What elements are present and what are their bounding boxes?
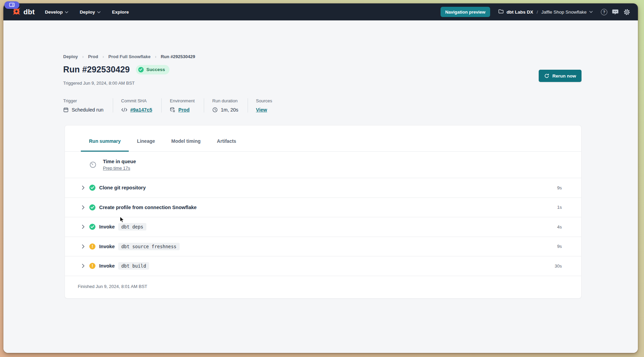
finished-timestamp: Finished Jun 9, 2024, 8:01 AM BST [78,284,147,289]
success-status-icon [89,204,95,210]
top-navbar: dbt DevelopDeployExplore Navigation prev… [3,3,638,20]
meta-run-duration: Run duration1m, 20s [204,98,248,113]
nav-menu-label: Explore [112,10,129,15]
meta-commit-sha: Commit SHA#9a147c5 [113,98,162,113]
breadcrumb-separator-icon: › [82,54,84,59]
step-label: Invoke [99,224,115,230]
meta-value: Scheduled run [72,107,104,113]
breadcrumb-item: Run #292530429 [161,54,195,59]
page-title: Run #292530429 [63,65,130,74]
path-separator: / [536,10,539,15]
breadcrumb: Deploy›Prod›Prod Full Snowflake›Run #292… [63,54,195,59]
run-step-row[interactable]: Clone git repository9s [65,178,581,198]
triggered-timestamp: Triggered Jun 9, 2024, 8:00 AM BST [63,81,135,86]
feedback-icon[interactable] [612,9,619,15]
nav-menu-explore[interactable]: Explore [112,10,129,15]
nav-menu-deploy[interactable]: Deploy [80,10,101,15]
navigation-preview-button[interactable]: Navigation preview [441,7,490,17]
success-status-icon [89,224,95,230]
dbt-logo-text: dbt [23,8,35,16]
step-duration: 9s [557,185,562,190]
chevron-down-icon [65,11,68,13]
calendar-icon [63,107,69,113]
step-duration: 1s [557,205,562,210]
step-command: dbt source freshness [118,243,180,250]
meta-sources: SourcesView [248,98,282,113]
step-duration: 4s [557,224,562,230]
meta-value[interactable]: View [256,107,267,113]
status-badge: Success [136,65,169,74]
run-summary-card: Run summaryLineageModel timingArtifacts … [65,125,582,299]
folder-icon [498,9,504,15]
run-step-row[interactable]: Invokedbt deps4s [65,217,581,237]
settings-gear-icon[interactable] [623,8,630,16]
run-step-row[interactable]: Create profile from connection Snowflake… [65,198,581,218]
timer-icon [89,161,96,168]
warning-status-icon: ! [89,243,95,250]
chevron-right-icon[interactable] [82,186,85,190]
status-badge-label: Success [146,67,165,72]
project-name: Jaffle Shop Snowflake [541,10,587,15]
project-picker[interactable]: dbt Labs DX / Jaffle Shop Snowflake [498,9,593,15]
meta-label: Environment [170,98,195,103]
meta-label: Run duration [212,98,238,103]
breadcrumb-item[interactable]: Prod [88,54,98,59]
code-icon [121,107,127,112]
meta-label: Commit SHA [121,98,153,103]
breadcrumb-separator-icon: › [103,54,104,59]
meta-value: 1m, 20s [221,107,238,113]
tab-artifacts[interactable]: Artifacts [209,125,245,152]
warning-status-icon: ! [89,263,95,269]
environment-icon [170,107,175,113]
tab-model-timing[interactable]: Model timing [163,125,209,152]
breadcrumb-separator-icon: › [155,54,156,59]
step-duration: 9s [557,244,562,249]
meta-label: Trigger [63,98,104,103]
tab-lineage[interactable]: Lineage [129,125,163,152]
prep-time-link[interactable]: Prep time 17s [103,166,136,171]
meta-trigger: TriggerScheduled run [63,98,113,113]
run-meta-row: TriggerScheduled runCommit SHA#9a147c5En… [63,98,281,113]
help-icon[interactable]: ? [601,9,607,15]
screen-share-icon [9,2,15,8]
refresh-icon [544,73,549,79]
account-name: dbt Labs DX [506,10,533,15]
step-duration: 30s [555,264,562,269]
step-label: Create profile from connection Snowflake [99,205,197,210]
meta-label: Sources [256,98,272,103]
step-label: Invoke [99,263,115,269]
run-step-row[interactable]: !Invokedbt source freshness9s [65,237,581,257]
nav-menu-develop[interactable]: Develop [45,10,68,15]
step-label: Invoke [99,244,115,249]
success-status-icon [89,185,95,191]
success-check-icon [138,67,144,72]
chevron-right-icon[interactable] [82,225,85,229]
breadcrumb-item[interactable]: Deploy [63,54,78,59]
screen-share-badge[interactable] [4,1,19,9]
time-in-queue-row: Time in queue Prep time 17s [65,152,581,178]
run-detail-page: Deploy›Prod›Prod Full Snowflake›Run #292… [3,20,638,353]
breadcrumb-item[interactable]: Prod Full Snowflake [108,54,150,59]
run-step-row[interactable]: !Invokedbt build30s [65,256,581,276]
app-window: dbt DevelopDeployExplore Navigation prev… [3,3,638,353]
nav-menu-label: Develop [45,10,63,15]
queue-title: Time in queue [103,159,136,164]
meta-environment: EnvironmentProd [161,98,204,113]
tab-run-summary[interactable]: Run summary [81,125,129,152]
clock-icon [212,107,218,113]
nav-menu-label: Deploy [80,10,95,15]
chevron-right-icon[interactable] [82,205,85,209]
chevron-right-icon[interactable] [82,264,85,268]
step-command: dbt build [118,262,149,270]
chevron-right-icon[interactable] [82,244,85,249]
chevron-down-icon [97,11,101,13]
step-label: Clone git repository [99,185,146,190]
step-command: dbt deps [118,223,146,231]
run-steps-list: Clone git repository9sCreate profile fro… [65,178,581,276]
meta-value[interactable]: #9a147c5 [130,107,153,113]
tabs-bar: Run summaryLineageModel timingArtifacts [65,125,581,152]
chevron-down-icon [589,11,593,13]
rerun-now-button[interactable]: Rerun now [539,70,582,82]
meta-value[interactable]: Prod [178,107,190,113]
main-nav: DevelopDeployExplore [45,10,129,15]
